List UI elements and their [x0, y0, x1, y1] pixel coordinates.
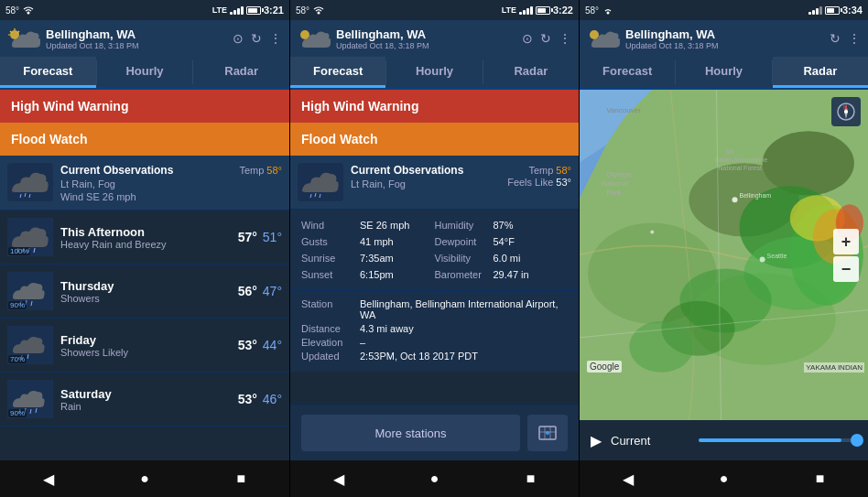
- status-bar-3: 58° 3:34: [580, 0, 868, 20]
- more-stations-btn[interactable]: More stations: [301, 415, 520, 451]
- svg-point-62: [844, 110, 848, 113]
- weather-icon-2: [298, 26, 331, 51]
- svg-text:Baker-Snoqualmie: Baker-Snoqualmie: [714, 157, 767, 164]
- forecast-item-0[interactable]: 100% This Afternoon Heavy Rain and Breez…: [0, 211, 289, 265]
- svg-text:Park: Park: [606, 189, 622, 197]
- forecast-temps-0: 57° 51°: [238, 230, 282, 244]
- warning-high-wind-2[interactable]: High Wind Warning: [290, 90, 579, 123]
- forecast-item-1[interactable]: 90% Thursday Showers 56° 47°: [0, 265, 289, 319]
- header-left-3: Bellingham, WA Updated Oct 18, 3:18 PM: [587, 26, 719, 51]
- svg-point-32: [590, 30, 599, 39]
- map-btn[interactable]: [527, 415, 568, 451]
- map-icon: [538, 424, 557, 442]
- nav-back-2[interactable]: ◀: [325, 465, 353, 492]
- tab-bar-1: Forecast Hourly Radar: [0, 57, 289, 90]
- tab-radar-1[interactable]: Radar: [193, 57, 289, 88]
- tab-hourly-2[interactable]: Hourly: [386, 57, 482, 88]
- tab-forecast-2[interactable]: Forecast: [290, 57, 385, 88]
- menu-icon-2[interactable]: ⋮: [559, 31, 571, 46]
- svg-point-51: [650, 230, 654, 233]
- precip-1: 90%: [8, 301, 27, 309]
- svg-point-31: [607, 12, 610, 15]
- detail-grid-2: Wind SE 26 mph Humidity 87% Gusts 41 mph…: [290, 210, 579, 290]
- header-left-2: Bellingham, WA Updated Oct 18, 3:18 PM: [298, 26, 429, 51]
- zoom-in-btn[interactable]: +: [833, 229, 859, 254]
- location-icon-2[interactable]: ⊙: [522, 31, 533, 46]
- weather-icon-3: [587, 26, 620, 51]
- signal-1: [230, 5, 244, 15]
- playback-slider-3[interactable]: [699, 438, 857, 442]
- zoom-out-btn[interactable]: −: [833, 256, 859, 282]
- obs-title-1: Current Observations: [60, 164, 173, 177]
- refresh-icon-2[interactable]: ↻: [540, 31, 551, 46]
- forecast-thumb-1: 90%: [7, 272, 53, 310]
- nav-recent-1[interactable]: ■: [227, 465, 255, 492]
- tab-forecast-1[interactable]: Forecast: [0, 57, 96, 88]
- nav-home-1[interactable]: ●: [131, 465, 158, 492]
- zoom-controls-3: + −: [833, 229, 859, 282]
- refresh-icon-3[interactable]: ↻: [830, 31, 841, 46]
- menu-icon-3[interactable]: ⋮: [848, 31, 861, 46]
- compass-btn[interactable]: N: [831, 97, 861, 126]
- forecast-item-2[interactable]: 70% Friday Showers Likely 53° 44°: [0, 319, 289, 373]
- svg-point-1: [10, 30, 19, 39]
- obs-wind-1: Wind SE 26 mph: [60, 191, 282, 202]
- warning-high-wind-1[interactable]: High Wind Warning: [0, 90, 289, 123]
- tab-radar-2[interactable]: Radar: [483, 57, 579, 88]
- forecast-info-2: Friday Showers Likely: [60, 333, 231, 358]
- svg-text:Mt.: Mt.: [726, 148, 735, 155]
- signal-3: [808, 5, 822, 15]
- nav-back-1[interactable]: ◀: [35, 465, 62, 492]
- header-city-1: Bellingham, WA Updated Oct 18, 3:18 PM: [46, 27, 139, 50]
- nav-home-2[interactable]: ●: [421, 465, 449, 492]
- header-actions-3[interactable]: ↻ ⋮: [830, 31, 861, 46]
- battery-1: [246, 6, 261, 15]
- playback-thumb-3[interactable]: [851, 434, 863, 447]
- feels-val-2: 53°: [556, 177, 571, 188]
- detail-gusts: Gusts 41 mph: [301, 233, 435, 250]
- menu-icon-1[interactable]: ⋮: [269, 31, 282, 46]
- action-bar-2: More stations: [290, 405, 579, 460]
- tab-hourly-3[interactable]: Hourly: [676, 57, 771, 88]
- svg-text:National Forest: National Forest: [718, 165, 762, 171]
- warning-flood-2[interactable]: Flood Watch: [290, 123, 579, 156]
- svg-text:Seattle: Seattle: [767, 253, 787, 259]
- precip-2: 70%: [8, 355, 27, 363]
- forecast-info-3: Saturday Rain: [60, 387, 231, 412]
- svg-point-35: [763, 131, 854, 195]
- playback-bar-3: ▶ Current: [580, 420, 868, 460]
- wifi-icon-2: [313, 5, 324, 16]
- tab-forecast-3[interactable]: Forecast: [580, 57, 675, 88]
- play-btn-3[interactable]: ▶: [591, 432, 602, 449]
- nav-recent-3[interactable]: ■: [807, 465, 834, 492]
- svg-text:Bellingham: Bellingham: [740, 192, 772, 200]
- wifi-icon-3: [602, 5, 613, 16]
- station-section-2: Station Bellingham, Bellingham Internati…: [290, 290, 579, 372]
- nav-back-3[interactable]: ◀: [614, 465, 642, 492]
- warning-flood-1[interactable]: Flood Watch: [0, 123, 289, 156]
- google-logo: Google: [587, 361, 622, 373]
- status-temp-1: 58°: [5, 5, 19, 16]
- app-header-2: Bellingham, WA Updated Oct 18, 3:18 PM ⊙…: [290, 20, 579, 57]
- forecast-thumb-3: 90%: [7, 380, 53, 418]
- nav-recent-2[interactable]: ■: [517, 465, 545, 492]
- svg-point-24: [300, 30, 309, 39]
- header-actions-2[interactable]: ⊙ ↻ ⋮: [522, 31, 571, 46]
- tab-hourly-1[interactable]: Hourly: [97, 57, 193, 88]
- refresh-icon-1[interactable]: ↻: [251, 31, 262, 46]
- forecast-item-3[interactable]: 90% Saturday Rain 53° 46°: [0, 373, 289, 427]
- header-actions-1[interactable]: ⊙ ↻ ⋮: [233, 31, 282, 46]
- svg-point-49: [760, 257, 765, 263]
- detail-dewpoint: Dewpoint 54°F: [435, 233, 569, 250]
- location-icon-1[interactable]: ⊙: [233, 31, 244, 46]
- precip-0: 100%: [8, 247, 30, 255]
- panel-forecast: 58° LTE 3:21: [0, 0, 289, 497]
- tab-radar-3[interactable]: Radar: [773, 57, 868, 88]
- weather-icon-1: [7, 26, 40, 51]
- radar-map-3[interactable]: Bellingham Seattle Olympic National Park…: [580, 90, 868, 420]
- svg-point-47: [732, 197, 738, 202]
- forecast-thumb-2: 70%: [7, 326, 53, 364]
- detail-visibility: Visibility 6.0 mi: [435, 250, 569, 266]
- svg-text:Olympic: Olympic: [606, 170, 633, 178]
- nav-home-3[interactable]: ●: [711, 465, 738, 492]
